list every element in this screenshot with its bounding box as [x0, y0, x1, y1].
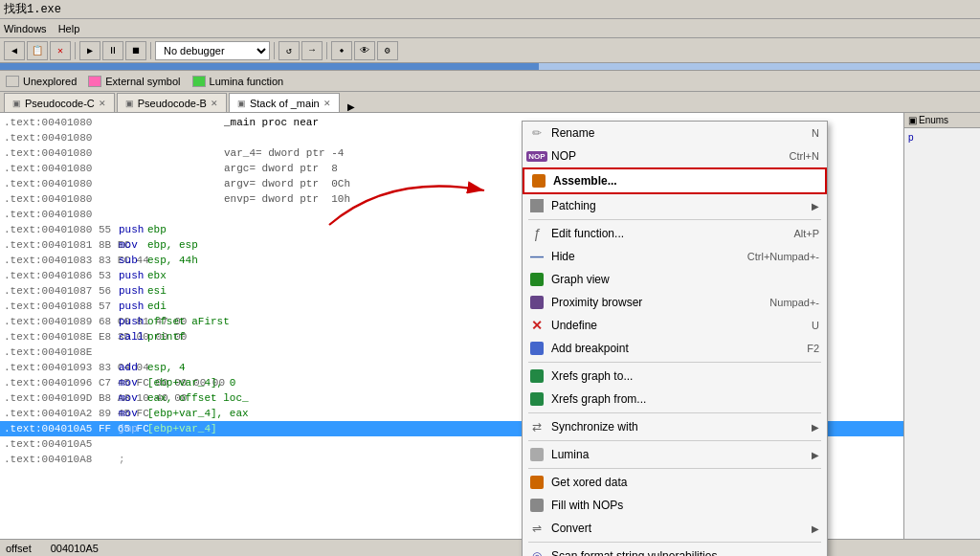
undefine-icon: ✕	[528, 317, 546, 334]
toolbar-stop[interactable]: ✕	[50, 41, 71, 60]
xored-icon	[528, 474, 546, 491]
right-panel-tab[interactable]: ▣ Enums	[904, 113, 980, 128]
separator2	[150, 42, 151, 59]
menu-item-rename[interactable]: ✏ Rename N	[523, 122, 827, 145]
menu-item-undefine[interactable]: ✕ Undefine U	[523, 314, 827, 337]
menu-item-scan[interactable]: ◎ Scan format string vulnerabilities	[523, 545, 827, 556]
convert-arrow: ▶	[812, 523, 819, 534]
tab-close-b[interactable]: ✕	[211, 99, 218, 108]
menu-undefine-label: Undefine	[551, 319, 792, 332]
separator-3	[528, 412, 821, 413]
menu-item-breakpoint[interactable]: Add breakpoint F2	[523, 337, 827, 360]
xrefs-from-icon	[528, 390, 546, 408]
scan-icon: ◎	[528, 547, 546, 556]
toolbar-pause[interactable]: ⏸	[102, 41, 123, 60]
menu-fillnops-label: Fill with NOPs	[551, 499, 819, 512]
tab-pseudocode-c[interactable]: ▣ Pseudocode-C ✕	[4, 93, 115, 112]
menu-xrefs-from-label: Xrefs graph from...	[551, 392, 819, 406]
tab-stack-main[interactable]: ▣ Stack of _main ✕	[229, 93, 340, 112]
menu-item-assemble[interactable]: Assemble...	[523, 167, 827, 194]
toolbar-step[interactable]: ⏹	[125, 41, 146, 60]
status-bar: offset 004010A5	[0, 539, 980, 556]
menu-item-xrefs-to[interactable]: Xrefs graph to...	[523, 365, 827, 388]
toolbar-refresh[interactable]: ↺	[278, 41, 300, 60]
tab-close-c[interactable]: ✕	[99, 99, 106, 108]
menu-rename-shortcut: N	[812, 127, 819, 139]
toolbar-settings[interactable]: ⚙	[377, 41, 398, 60]
xrefs-to-icon	[528, 367, 546, 385]
menu-help[interactable]: Help	[58, 23, 80, 34]
context-menu: ✏ Rename N NOP NOP Ctrl+N Assemble... Pa…	[522, 121, 828, 556]
menu-item-sync[interactable]: ⇄ Synchronize with ▶	[523, 415, 827, 438]
menu-sync-label: Synchronize with	[551, 420, 808, 434]
tab-bar: ▣ Pseudocode-C ✕ ▣ Pseudocode-B ✕ ▣ Stac…	[0, 92, 980, 113]
separator-4	[528, 440, 821, 441]
separator3	[274, 42, 275, 59]
menu-proximity-shortcut: Numpad+-	[769, 297, 819, 308]
legend-lumina-box	[192, 76, 206, 87]
tab-label-c: Pseudocode-C	[25, 98, 95, 109]
hide-icon: —	[528, 248, 546, 265]
status-offset-value: 004010A5	[51, 543, 99, 554]
menu-rename-label: Rename	[551, 126, 792, 140]
toolbar-icon1[interactable]: 📋	[27, 41, 48, 60]
menu-nop-label: NOP	[551, 149, 770, 163]
menu-item-graphview[interactable]: Graph view	[523, 268, 827, 291]
menu-hide-label: Hide	[551, 250, 728, 263]
menu-bar: Windows Help	[0, 19, 980, 38]
convert-icon: ⇌	[528, 520, 546, 537]
right-panel-content: p	[904, 128, 980, 146]
debugger-select[interactable]: No debugger	[155, 41, 270, 60]
menu-item-proximity[interactable]: Proximity browser Numpad+-	[523, 291, 827, 314]
menu-item-editfunc[interactable]: ƒ Edit function... Alt+P	[523, 222, 827, 245]
toolbar-breakpoint[interactable]: ⬥	[331, 41, 352, 60]
menu-item-xrefs-from[interactable]: Xrefs graph from...	[523, 388, 827, 411]
sync-arrow: ▶	[812, 422, 819, 433]
title-text: 找我1.exe	[4, 1, 61, 17]
legend-unexplored-box	[6, 76, 19, 87]
fillnops-icon	[528, 497, 546, 514]
menu-editfunc-label: Edit function...	[551, 227, 774, 240]
menu-item-convert[interactable]: ⇌ Convert ▶	[523, 517, 827, 540]
separator	[75, 42, 76, 59]
toolbar-watch[interactable]: 👁	[354, 41, 375, 60]
tab-pseudocode-b[interactable]: ▣ Pseudocode-B ✕	[117, 93, 227, 112]
tab-scroll-right[interactable]: ▶	[342, 101, 361, 112]
separator4	[326, 42, 327, 59]
enums-item-p: p	[908, 132, 976, 143]
menu-xrefs-to-label: Xrefs graph to...	[551, 369, 819, 383]
menu-undefine-shortcut: U	[812, 320, 819, 331]
toolbar-goto[interactable]: →	[301, 41, 323, 60]
menu-item-patching[interactable]: Patching ▶	[523, 194, 827, 217]
menu-hide-shortcut: Ctrl+Numpad+-	[747, 251, 819, 262]
menu-item-lumina[interactable]: Lumina ▶	[523, 443, 827, 466]
menu-item-xored[interactable]: Get xored data	[523, 471, 827, 494]
menu-item-hide[interactable]: — Hide Ctrl+Numpad+-	[523, 245, 827, 268]
legend-unexplored-label: Unexplored	[23, 76, 77, 87]
menu-convert-label: Convert	[551, 522, 808, 535]
menu-item-nop[interactable]: NOP NOP Ctrl+N	[523, 145, 827, 167]
separator-2	[528, 362, 821, 363]
menu-editfunc-shortcut: Alt+P	[793, 228, 819, 239]
tab-icon-b: ▣	[125, 99, 134, 108]
scroll-indicator	[0, 63, 980, 71]
menu-item-fillnops[interactable]: Fill with NOPs	[523, 494, 827, 517]
toolbar-run[interactable]: ▶	[79, 41, 100, 60]
proximity-icon	[528, 294, 546, 311]
graphview-icon	[528, 271, 546, 288]
menu-windows[interactable]: Windows	[4, 23, 47, 34]
separator-5	[528, 468, 821, 469]
toolbar: ◀ 📋 ✕ ▶ ⏸ ⏹ No debugger ↺ → ⬥ 👁 ⚙	[0, 38, 980, 63]
menu-xored-label: Get xored data	[551, 476, 819, 489]
toolbar-back[interactable]: ◀	[4, 41, 25, 60]
assemble-icon	[530, 172, 547, 189]
legend-unexplored: Unexplored	[6, 76, 77, 87]
tab-label-b: Pseudocode-B	[138, 98, 207, 109]
separator-6	[528, 542, 821, 543]
main-area: .text:00401080 _main proc near .text:004…	[0, 113, 980, 556]
status-offset-label: offset	[6, 543, 32, 554]
legend-lumina: Lumina function	[192, 76, 284, 87]
legend-external: External symbol	[88, 76, 180, 87]
menu-nop-shortcut: Ctrl+N	[790, 150, 819, 162]
tab-close-stack[interactable]: ✕	[323, 99, 331, 108]
